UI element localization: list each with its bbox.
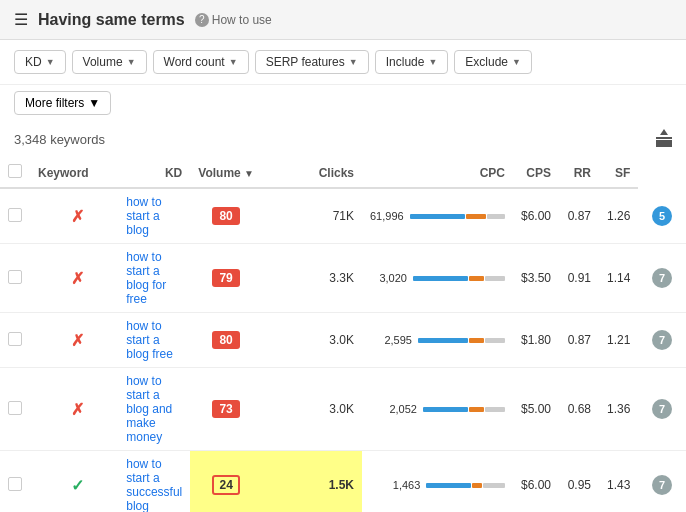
clicks-bar: 61,996: [370, 210, 505, 222]
row-checkbox-2[interactable]: [8, 270, 22, 284]
results-count-bar: 3,348 keywords: [0, 121, 686, 158]
clicks-bar-blue: [423, 407, 468, 412]
select-all-checkbox[interactable]: [8, 164, 22, 178]
sf-cell: 7: [638, 368, 686, 451]
col-header-rr: RR: [559, 158, 599, 188]
chevron-down-icon: ▼: [229, 57, 238, 67]
how-to-use-link[interactable]: ? How to use: [195, 13, 272, 27]
clicks-cell: 2,595: [362, 313, 513, 368]
keywords-table: Keyword KD Volume ▼ Clicks CPC CPS RR: [0, 158, 686, 512]
kd-badge-highlight: 24: [212, 475, 239, 495]
col-header-cpc: CPC: [362, 158, 513, 188]
sf-cell: 7: [638, 451, 686, 513]
more-filters-row: More filters ▼: [0, 85, 686, 121]
status-check-icon: ✓: [71, 477, 84, 494]
clicks-bar-gray: [485, 276, 505, 281]
sf-badge: 7: [652, 330, 672, 350]
table-row: ✗how to start a blog and make money733.0…: [0, 368, 686, 451]
sf-badge: 7: [652, 475, 672, 495]
clicks-bar-blue: [410, 214, 465, 219]
filter-word-count[interactable]: Word count ▼: [153, 50, 249, 74]
table-row: ✗how to start a blog free803.0K 2,595 $1…: [0, 313, 686, 368]
row-checkbox-4[interactable]: [8, 401, 22, 415]
clicks-bar-orange: [469, 407, 484, 412]
status-x-icon: ✗: [71, 270, 84, 287]
clicks-cell: 61,996: [362, 188, 513, 244]
sf-badge: 7: [652, 268, 672, 288]
cps-cell: 0.95: [559, 451, 599, 513]
chevron-down-icon: ▼: [428, 57, 437, 67]
col-header-keyword: Keyword: [30, 158, 118, 188]
results-count-label: 3,348 keywords: [14, 132, 105, 147]
chevron-down-icon: ▼: [88, 96, 100, 110]
row-checkbox-5[interactable]: [8, 477, 22, 491]
kd-cell: 80: [190, 313, 262, 368]
clicks-bar-orange: [469, 338, 484, 343]
kd-cell: 24: [190, 451, 262, 513]
volume-cell: 3.0K: [262, 313, 362, 368]
clicks-bar-gray: [485, 407, 505, 412]
filter-volume[interactable]: Volume ▼: [72, 50, 147, 74]
status-x-icon: ✗: [71, 332, 84, 349]
filter-exclude[interactable]: Exclude ▼: [454, 50, 532, 74]
clicks-bar: 1,463: [370, 479, 505, 491]
sf-badge: 7: [652, 399, 672, 419]
kd-badge: 80: [212, 207, 240, 225]
clicks-cell: 3,020: [362, 244, 513, 313]
filter-serp-features[interactable]: SERP features ▼: [255, 50, 369, 74]
sf-cell: 7: [638, 313, 686, 368]
kd-cell: 73: [190, 368, 262, 451]
clicks-cell: 1,463: [362, 451, 513, 513]
table-row: ✓how to start a successful blog241.5K 1,…: [0, 451, 686, 513]
clicks-bar-blue: [426, 483, 471, 488]
kd-badge: 80: [212, 331, 240, 349]
cps-cell: 0.87: [559, 313, 599, 368]
cps-cell: 0.91: [559, 244, 599, 313]
clicks-bar-blue: [413, 276, 468, 281]
clicks-bar-orange: [469, 276, 484, 281]
table-row: ✗how to start a blog for free793.3K 3,02…: [0, 244, 686, 313]
rr-cell: 1.26: [599, 188, 638, 244]
cps-cell: 0.68: [559, 368, 599, 451]
cps-cell: 0.87: [559, 188, 599, 244]
clicks-bar-gray: [487, 214, 505, 219]
sf-badge: 5: [652, 206, 672, 226]
clicks-cell: 2,052: [362, 368, 513, 451]
col-header-kd: KD: [118, 158, 190, 188]
clicks-bar-orange: [466, 214, 486, 219]
cpc-cell: $3.50: [513, 244, 559, 313]
filter-bar: KD ▼ Volume ▼ Word count ▼ SERP features…: [0, 40, 686, 85]
keyword-link[interactable]: how to start a blog for free: [126, 250, 166, 306]
kd-cell: 80: [190, 188, 262, 244]
sf-cell: 5: [638, 188, 686, 244]
row-checkbox-1[interactable]: [8, 208, 22, 222]
svg-rect-0: [656, 137, 672, 139]
col-header-clicks: Clicks: [262, 158, 362, 188]
keyword-link[interactable]: how to start a blog and make money: [126, 374, 172, 444]
help-icon: ?: [195, 13, 209, 27]
col-header-cps: CPS: [513, 158, 559, 188]
status-x-icon: ✗: [71, 401, 84, 418]
row-checkbox-3[interactable]: [8, 332, 22, 346]
filter-kd[interactable]: KD ▼: [14, 50, 66, 74]
svg-marker-2: [660, 129, 668, 135]
cpc-cell: $1.80: [513, 313, 559, 368]
col-header-volume[interactable]: Volume ▼: [190, 158, 262, 188]
clicks-bar: 2,595: [370, 334, 505, 346]
menu-icon[interactable]: ☰: [14, 10, 28, 29]
cpc-cell: $6.00: [513, 451, 559, 513]
keyword-link[interactable]: how to start a blog: [126, 195, 161, 237]
keyword-link[interactable]: how to start a successful blog: [126, 457, 182, 512]
more-filters-button[interactable]: More filters ▼: [14, 91, 111, 115]
table-row: ✗how to start a blog8071K 61,996 $6.000.…: [0, 188, 686, 244]
rr-cell: 1.36: [599, 368, 638, 451]
kd-cell: 79: [190, 244, 262, 313]
keyword-link[interactable]: how to start a blog free: [126, 319, 173, 361]
filter-include[interactable]: Include ▼: [375, 50, 449, 74]
clicks-bar: 2,052: [370, 403, 505, 415]
export-icon[interactable]: [656, 129, 672, 150]
sf-cell: 7: [638, 244, 686, 313]
table-header-row: Keyword KD Volume ▼ Clicks CPC CPS RR: [0, 158, 686, 188]
chevron-down-icon: ▼: [127, 57, 136, 67]
volume-cell: 71K: [262, 188, 362, 244]
